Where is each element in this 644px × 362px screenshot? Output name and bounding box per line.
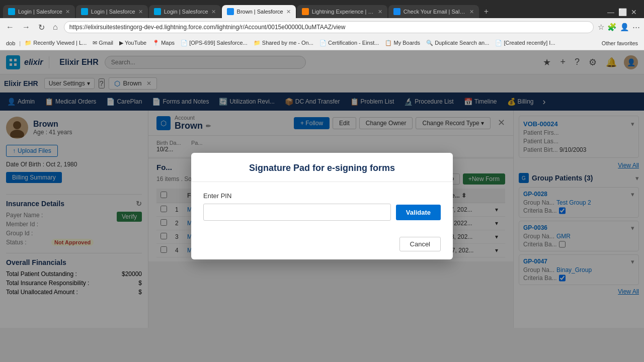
bookmark-ops[interactable]: 📄 [OPS-699] Salesforce... [179, 39, 250, 47]
modal-header: Signature Pad for e-signing forms [191, 153, 453, 182]
tab-favicon-3 [154, 8, 161, 15]
tab-label-5: Lightning Experience | Sal... [312, 9, 375, 15]
tab-bar: Login | Salesforce ✕ Login | Salesforce … [0, 0, 644, 18]
tab-close-1[interactable]: ✕ [65, 9, 70, 15]
address-input[interactable] [64, 21, 594, 33]
pin-label: Enter PIN [203, 192, 441, 200]
tab-label-2: Login | Salesforce [91, 9, 135, 15]
tab-close-3[interactable]: ✕ [211, 9, 216, 15]
cancel-button[interactable]: Cancel [399, 237, 441, 251]
home-button[interactable]: ⌂ [51, 22, 60, 33]
bookmark-maps[interactable]: 📍 Maps [150, 39, 177, 47]
forward-button[interactable]: → [20, 22, 32, 33]
other-favorites[interactable]: Other favorites [600, 39, 640, 47]
bookmark-myboards[interactable]: 📋 My Boards [383, 39, 422, 47]
browser-tab-5[interactable]: Lightning Experience | Sal... ✕ [297, 5, 387, 18]
browser-tab-6[interactable]: Check Your Email | Salesfo... ✕ [388, 5, 479, 18]
maximize-icon[interactable]: ⬜ [618, 8, 627, 16]
tab-favicon-2 [81, 8, 88, 15]
tab-close-5[interactable]: ✕ [378, 9, 382, 15]
bookmark-dob[interactable]: dob [4, 39, 17, 47]
bookmark-recently[interactable]: 📁 Recently Viewed | L... [23, 39, 89, 47]
address-bar: ← → ↻ ⌂ ☆ 🧩 👤 ⋯ [0, 18, 644, 36]
window-controls: — ⬜ ✕ [603, 6, 641, 18]
bookmark-shared[interactable]: 📁 Shared by me - On... [252, 39, 315, 47]
refresh-button[interactable]: ↻ [36, 22, 47, 33]
extensions-icon[interactable]: 🧩 [607, 23, 617, 32]
tab-close-6[interactable]: ✕ [469, 9, 474, 15]
signature-pad-modal: Signature Pad for e-signing forms Enter … [191, 153, 453, 259]
profile-icon[interactable]: 👤 [620, 23, 629, 32]
tab-favicon-4 [227, 8, 234, 15]
minimize-icon[interactable]: — [607, 8, 614, 16]
browser-tab-4[interactable]: Brown | Salesforce ✕ [222, 5, 296, 18]
modal-title: Signature Pad for e-signing forms [249, 163, 395, 173]
browser-right-icons: ☆ 🧩 👤 ⋯ [598, 23, 640, 32]
tab-close-4[interactable]: ✕ [286, 9, 291, 15]
tab-close-2[interactable]: ✕ [138, 9, 143, 15]
browser-tab-1[interactable]: Login | Salesforce ✕ [3, 5, 75, 18]
tab-favicon-1 [8, 8, 15, 15]
bookmark-created[interactable]: 📄 [Created recently] I... [493, 39, 557, 47]
modal-footer: Cancel [191, 231, 453, 259]
new-tab-button[interactable]: + [480, 5, 493, 18]
tab-label-1: Login | Salesforce [18, 9, 62, 15]
bookmark-youtube[interactable]: ▶ YouTube [117, 39, 148, 47]
bookmark-gmail[interactable]: ✉ Gmail [91, 39, 115, 47]
bookmark-cert[interactable]: 📄 Certification - Einst... [317, 39, 381, 47]
pin-input[interactable] [203, 204, 391, 221]
browser-chrome: Login | Salesforce ✕ Login | Salesforce … [0, 0, 644, 50]
tab-favicon-5 [302, 8, 309, 15]
modal-overlay: Signature Pad for e-signing forms Enter … [0, 50, 644, 362]
more-icon[interactable]: ⋯ [632, 23, 640, 32]
pin-row: Validate [203, 204, 441, 221]
tab-favicon-6 [393, 8, 400, 15]
star-icon[interactable]: ☆ [598, 23, 604, 32]
tab-label-6: Check Your Email | Salesfo... [404, 9, 466, 15]
bookmark-duplicate[interactable]: 🔍 Duplicate Search an... [424, 39, 491, 47]
bookmarks-bar: dob | 📁 Recently Viewed | L... ✉ Gmail ▶… [0, 36, 644, 50]
browser-tab-2[interactable]: Login | Salesforce ✕ [76, 5, 148, 18]
tab-label-4: Brown | Salesforce [237, 9, 283, 15]
modal-body: Enter PIN Validate [191, 182, 453, 231]
close-icon[interactable]: ✕ [631, 8, 637, 16]
browser-tab-3[interactable]: Login | Salesforce ✕ [149, 5, 221, 18]
tab-label-3: Login | Salesforce [164, 9, 208, 15]
validate-button[interactable]: Validate [396, 205, 441, 220]
back-button[interactable]: ← [4, 22, 16, 33]
